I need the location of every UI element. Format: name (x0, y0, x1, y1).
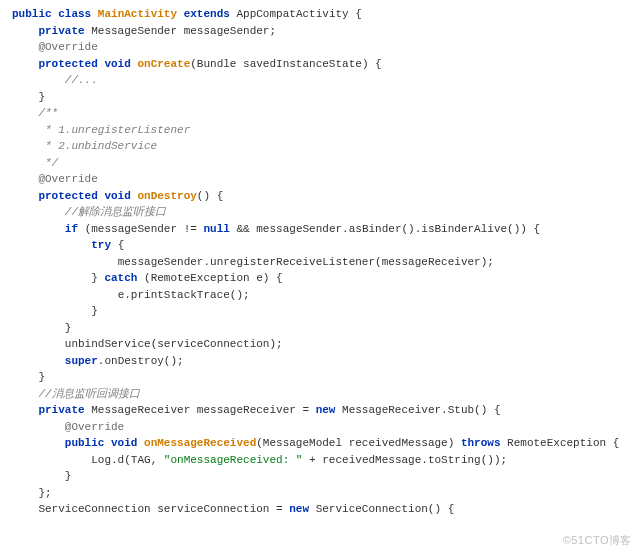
code-token: ServiceConnection serviceConnection = (38, 503, 289, 515)
code-token: new (289, 503, 315, 515)
code-token: MainActivity (98, 8, 177, 20)
code-token: .onDestroy(); (98, 355, 184, 367)
code-line: public class MainActivity extends AppCom… (12, 6, 640, 23)
code-line: public void onMessageReceived(MessageMod… (12, 435, 640, 452)
code-token: class (58, 8, 98, 20)
code-block: public class MainActivity extends AppCom… (0, 0, 640, 518)
code-token: if (65, 223, 85, 235)
code-token: private (38, 404, 91, 416)
code-token: } (65, 470, 72, 482)
code-line: unbindService(serviceConnection); (12, 336, 640, 353)
code-token (177, 8, 184, 20)
code-line: e.printStackTrace(); (12, 287, 640, 304)
code-line: * 1.unregisterListener (12, 122, 640, 139)
code-token: public void (65, 437, 144, 449)
code-token: @Override (38, 41, 97, 53)
code-line: } (12, 320, 640, 337)
code-line: } (12, 89, 640, 106)
code-line: /** (12, 105, 640, 122)
code-token: MessageReceiver messageReceiver = (91, 404, 315, 416)
code-token: private (38, 25, 91, 37)
code-line: @Override (12, 419, 640, 436)
code-line: } (12, 468, 640, 485)
code-line: protected void onCreate(Bundle savedInst… (12, 56, 640, 73)
code-token: } (91, 272, 104, 284)
code-token: (Bundle savedInstanceState) { (190, 58, 381, 70)
watermark: ©51CTO博客 (563, 532, 632, 549)
code-token: }; (38, 487, 51, 499)
code-token: //... (65, 74, 98, 86)
code-token: } (91, 305, 98, 317)
code-token: unbindService(serviceConnection); (65, 338, 283, 350)
code-line: if (messageSender != null && messageSend… (12, 221, 640, 238)
code-line: Log.d(TAG, "onMessageReceived: " + recei… (12, 452, 640, 469)
code-token: Log.d(TAG, (91, 454, 164, 466)
code-token: (MessageModel receivedMessage) (256, 437, 461, 449)
code-token: super (65, 355, 98, 367)
code-line: } catch (RemoteException e) { (12, 270, 640, 287)
code-token: } (38, 91, 45, 103)
code-line: }; (12, 485, 640, 502)
code-token: AppCompatActivity { (236, 8, 361, 20)
code-token: /** (38, 107, 58, 119)
code-line: //... (12, 72, 640, 89)
code-token: onDestroy (137, 190, 196, 202)
code-token: "onMessageReceived: " (164, 454, 303, 466)
code-token: try (91, 239, 117, 251)
code-token: protected void (38, 58, 137, 70)
code-token: (messageSender != (85, 223, 204, 235)
code-line: ServiceConnection serviceConnection = ne… (12, 501, 640, 518)
code-token: ServiceConnection() { (316, 503, 455, 515)
code-line: private MessageSender messageSender; (12, 23, 640, 40)
code-token: @Override (65, 421, 124, 433)
code-line: */ (12, 155, 640, 172)
code-token: //解除消息监听接口 (65, 206, 166, 218)
code-token: new (316, 404, 342, 416)
code-token: RemoteException { (507, 437, 619, 449)
code-line: messageSender.unregisterReceiveListener(… (12, 254, 640, 271)
code-token: } (38, 371, 45, 383)
code-token: MessageSender messageSender; (91, 25, 276, 37)
code-line: @Override (12, 171, 640, 188)
code-token: onMessageReceived (144, 437, 256, 449)
code-line: } (12, 303, 640, 320)
code-token: } (65, 322, 72, 334)
code-token: && messageSender.asBinder().isBinderAliv… (236, 223, 540, 235)
code-token: extends (184, 8, 237, 20)
code-line: super.onDestroy(); (12, 353, 640, 370)
code-line: try { (12, 237, 640, 254)
code-line: private MessageReceiver messageReceiver … (12, 402, 640, 419)
code-token: (RemoteException e) { (144, 272, 283, 284)
code-token: * 1.unregisterListener (38, 124, 190, 136)
code-token: () { (197, 190, 223, 202)
code-token: throws (461, 437, 507, 449)
code-token: messageSender.unregisterReceiveListener(… (118, 256, 494, 268)
code-line: //消息监听回调接口 (12, 386, 640, 403)
code-token: //消息监听回调接口 (38, 388, 139, 400)
code-token: catch (104, 272, 144, 284)
code-token: MessageReceiver.Stub() { (342, 404, 500, 416)
code-token: { (118, 239, 125, 251)
code-token: */ (38, 157, 58, 169)
code-line: //解除消息监听接口 (12, 204, 640, 221)
code-token: * 2.unbindService (38, 140, 157, 152)
code-token: public (12, 8, 58, 20)
code-token: @Override (38, 173, 97, 185)
code-token: onCreate (137, 58, 190, 70)
code-token: + receivedMessage.toString()); (302, 454, 507, 466)
code-token: e.printStackTrace(); (118, 289, 250, 301)
code-line: * 2.unbindService (12, 138, 640, 155)
code-token: null (203, 223, 236, 235)
code-line: protected void onDestroy() { (12, 188, 640, 205)
code-line: } (12, 369, 640, 386)
code-line: @Override (12, 39, 640, 56)
code-token: protected void (38, 190, 137, 202)
